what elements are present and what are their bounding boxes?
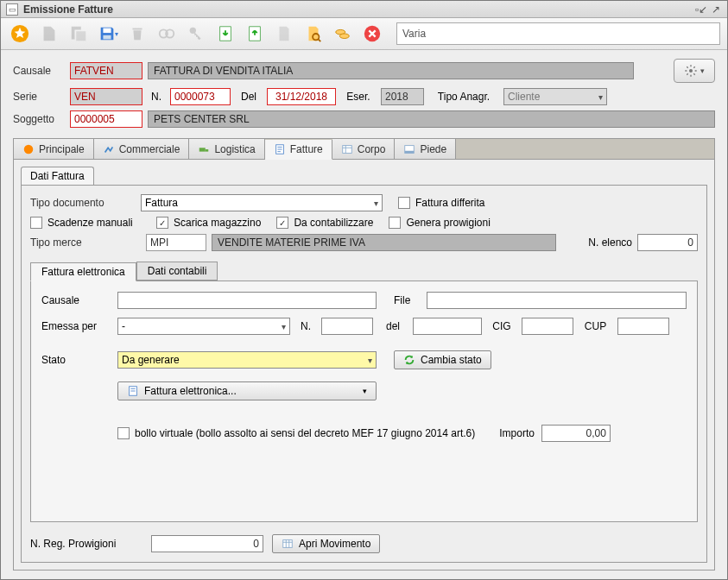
fe-emessa-label: Emessa per [41,320,111,332]
document-icon [272,22,296,46]
n-label: N. [148,91,165,103]
header-row-2: Serie VEN N. 0000073 Del 31/12/2018 Eser… [13,88,715,105]
fe-file-input[interactable] [427,292,687,309]
key-icon [184,22,208,46]
soggetto-desc: PETS CENTER SRL [148,110,715,128]
subtab-dati-fattura[interactable]: Dati Fattura [21,167,94,185]
fe-del-input[interactable] [413,318,482,335]
copy-icon [66,22,91,46]
tab-commerciale[interactable]: Commerciale [94,139,190,159]
tab-panel: Dati Fattura Tipo documento Fattura▾ Fat… [13,159,715,571]
svg-point-11 [689,69,693,72]
save-icon[interactable]: ▾ [96,22,120,46]
tipo-documento-label: Tipo documento [30,197,125,209]
serie-field[interactable]: VEN [70,88,142,105]
eser-label: Eser. [341,91,376,103]
svg-rect-3 [133,28,142,30]
n-elenco-label: N. elenco [572,236,632,249]
fe-importo-label: Importo [499,427,535,439]
n-reg-label: N. Reg. Prowigioni [30,538,142,550]
svg-rect-1 [103,28,111,34]
serie-label: Serie [13,91,65,103]
fe-causale-label: Causale [41,294,111,306]
fe-emessa-select[interactable]: -▾ [117,318,290,335]
bollo-virtuale-check[interactable]: bollo virtuale (bollo assolto ai sensi d… [117,427,475,439]
toolbar: ▾ Varia [1,18,727,50]
del-field[interactable]: 31/12/2018 [267,88,336,105]
fe-n-label: N. [297,320,314,332]
coins-icon[interactable] [331,22,355,46]
tipo-anagr-select[interactable]: Cliente▾ [503,88,607,105]
fe-file-label: File [394,294,420,306]
tab-dati-contabili[interactable]: Dati contabili [136,262,218,281]
svg-rect-2 [103,35,111,40]
tipo-merce-field[interactable]: MPI [146,234,206,251]
fe-cup-input[interactable] [617,318,669,335]
fattura-elettronica-button[interactable]: Fattura elettronica...▾ [117,381,377,400]
content: Causale FATVEN FATTURA DI VENDITA ITALIA… [1,50,727,579]
new-icon [37,22,61,46]
dati-fattura-panel: Tipo documento Fattura▾ Fattura differit… [21,185,707,563]
svg-rect-14 [206,149,209,152]
causale-desc: FATTURA DI VENDITA ITALIA [148,62,634,79]
da-contabilizzare-check[interactable]: ✓Da contabilizzare [276,217,373,229]
scarica-magazzino-check[interactable]: ✓Scarica magazzino [156,217,261,229]
svg-rect-16 [343,145,352,153]
close-icon[interactable] [360,22,384,46]
header-row-1: Causale FATVEN FATTURA DI VENDITA ITALIA… [13,59,715,83]
tipo-documento-select[interactable]: Fattura▾ [141,194,383,211]
link-icon [155,22,179,46]
minimize-button[interactable]: ▫↙ [695,3,707,16]
star-icon[interactable] [8,22,32,46]
fe-stato-label: Stato [41,354,111,366]
eser-field: 2018 [381,88,424,105]
n-field[interactable]: 0000073 [170,88,231,105]
del-label: Del [236,91,262,103]
apri-movimento-button[interactable]: Apri Movimento [272,534,380,553]
n-elenco-input[interactable] [637,234,698,251]
import-icon[interactable] [213,22,237,46]
fe-panel: Causale File Emessa per -▾ N. del [30,281,698,522]
fe-del-label: del [380,320,406,332]
fe-n-input[interactable] [321,318,373,335]
soggetto-label: Soggetto [13,113,65,125]
fe-cup-label: CUP [580,320,611,332]
cambia-stato-button[interactable]: Cambia stato [394,350,491,369]
search-input[interactable]: Varia [396,22,720,45]
genera-prowigioni-check[interactable]: Genera prowigioni [389,217,490,229]
fe-cig-input[interactable] [522,318,573,335]
window-icon: ▭ [6,3,18,16]
search-doc-icon[interactable] [301,22,326,46]
tab-fattura-elettronica[interactable]: Fattura elettronica [30,262,136,281]
n-reg-input[interactable] [151,535,263,552]
svg-rect-18 [405,150,415,153]
tipo-merce-label: Tipo merce [30,236,141,249]
svg-rect-20 [283,540,293,548]
fe-cig-label: CIG [489,320,515,332]
export-icon[interactable] [243,22,267,46]
tab-fatture[interactable]: Fatture [265,140,332,160]
tab-principale[interactable]: Principale [14,139,94,159]
fe-causale-input[interactable] [117,292,377,309]
scadenze-manuali-check[interactable]: Scadenze manuali [30,217,141,229]
causale-field[interactable]: FATVEN [70,62,142,79]
main-tabs: Principale Commerciale Logistica Fatture… [13,138,715,159]
tab-logistica[interactable]: Logistica [189,139,264,159]
app-window: ▭ Emissione Fatture ▫↙ ↗ ▾ Varia Causale… [0,0,728,580]
svg-point-12 [24,144,34,154]
search-placeholder: Varia [402,28,426,40]
maximize-button[interactable]: ↗ [710,3,722,16]
fe-importo-input[interactable] [541,425,611,442]
soggetto-field[interactable]: 0000005 [70,110,142,128]
tab-piede[interactable]: Piede [395,139,456,159]
fe-stato-select[interactable]: Da generare▾ [117,351,377,369]
gear-button[interactable]: ▾ [674,59,715,83]
tipo-anagr-label: Tipo Anagr. [429,91,498,103]
svg-point-9 [339,34,349,39]
titlebar: ▭ Emissione Fatture ▫↙ ↗ [1,1,727,18]
tipo-merce-desc: VENDITE MATERIE PRIME IVA [212,234,556,251]
fattura-differita-check[interactable]: Fattura differita [398,197,484,209]
window-title: Emissione Fatture [23,3,693,16]
delete-icon [125,22,149,46]
tab-corpo[interactable]: Corpo [332,139,396,159]
